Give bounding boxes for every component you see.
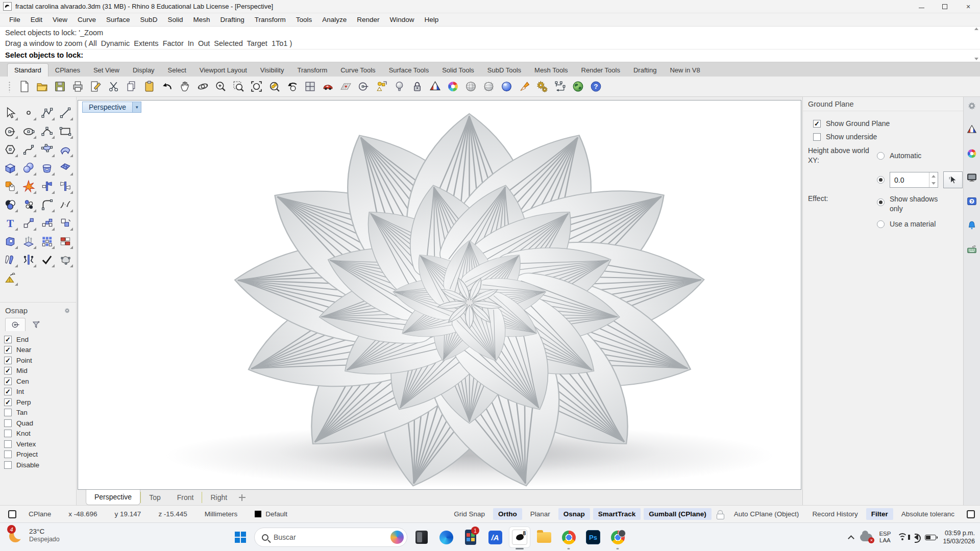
block-icon[interactable] (57, 233, 74, 250)
osnap-row[interactable]: Vertex (4, 439, 72, 449)
blend-icon[interactable] (57, 196, 74, 213)
viewport-title[interactable]: Perspective (82, 102, 133, 113)
status-toggle[interactable]: Absolute toleranc (896, 508, 960, 520)
photoshop-icon[interactable]: Ps (583, 527, 603, 547)
maximize-button[interactable] (933, 0, 957, 13)
osnap-checkbox[interactable] (4, 419, 12, 427)
trim-icon[interactable] (38, 178, 56, 195)
rendered-viewport-icon[interactable] (499, 79, 514, 94)
zoom-selected-icon[interactable] (266, 79, 282, 94)
osnap-row[interactable]: Quad (4, 418, 72, 429)
current-layer[interactable]: Default (255, 510, 287, 518)
toolbar-tab[interactable]: Solid Tools (435, 64, 481, 77)
toolbar-tab[interactable]: Viewport Layout (193, 64, 254, 77)
menu-item[interactable]: Analyze (317, 14, 352, 25)
copy-object-icon[interactable] (57, 214, 74, 232)
material-radio-row[interactable]: Use a material (877, 220, 963, 228)
osnap-row[interactable]: Cen (4, 376, 72, 387)
show-ground-plane-checkbox[interactable] (813, 120, 821, 128)
toolbar-tab[interactable]: Standard (7, 63, 48, 77)
osnap-row[interactable]: Perp (4, 397, 72, 408)
boolean-icon[interactable] (2, 196, 19, 213)
show-ground-plane-row[interactable]: Show Ground Plane (813, 119, 958, 128)
move-object-icon[interactable] (20, 214, 37, 232)
menu-item[interactable]: Edit (26, 14, 47, 25)
chrome-profile-icon[interactable] (607, 527, 628, 547)
surface-pair-icon[interactable] (2, 251, 19, 268)
show-underside-checkbox[interactable] (813, 133, 821, 141)
menu-item[interactable]: Transform (250, 14, 291, 25)
osnap-row[interactable]: Point (4, 355, 72, 366)
toolbar-tab[interactable]: Render Tools (575, 64, 627, 77)
menu-item[interactable]: Tools (291, 14, 317, 25)
toolbar-tab[interactable]: Set View (87, 64, 126, 77)
array-icon[interactable] (38, 214, 56, 232)
status-swatch-icon[interactable] (8, 510, 16, 518)
osnap-row[interactable]: Tan (4, 408, 72, 418)
shaded-viewport-icon[interactable] (463, 79, 478, 94)
pointer-cone-icon[interactable] (517, 79, 532, 94)
status-toggle[interactable]: Grid Snap (449, 508, 490, 520)
lights-icon[interactable] (391, 79, 407, 94)
wifi-icon[interactable] (897, 533, 908, 541)
osnap-checkbox[interactable] (4, 409, 12, 416)
toolbar-tab[interactable]: Drafting (627, 64, 664, 77)
points-icon[interactable] (20, 196, 37, 213)
help-icon[interactable] (588, 79, 603, 94)
shadows-radio-row[interactable]: Show shadows only (877, 194, 963, 214)
manual-height-radio[interactable] (877, 176, 885, 184)
toolbar-tab[interactable]: Surface Tools (382, 64, 436, 77)
tray-expand-icon[interactable] (848, 535, 855, 542)
osnap-checkbox[interactable] (4, 440, 12, 448)
lock-icon[interactable] (409, 79, 425, 94)
toolbar-tab[interactable]: New in V8 (663, 64, 706, 77)
monitor-panel-icon[interactable] (966, 172, 977, 185)
osnap-row[interactable]: End (4, 334, 72, 345)
fillet-icon[interactable] (38, 196, 56, 213)
osnap-checkbox[interactable] (4, 450, 12, 458)
cylinder-icon[interactable] (38, 159, 56, 177)
use-material-radio[interactable] (877, 220, 885, 228)
osnap-checkbox[interactable] (4, 336, 12, 343)
toolbar-tab[interactable]: Mesh Tools (528, 64, 575, 77)
status-toggle[interactable]: Ortho (493, 508, 522, 520)
menu-item[interactable]: Window (385, 14, 420, 25)
height-spinner[interactable] (929, 172, 938, 187)
add-viewport-icon[interactable] (235, 490, 249, 505)
pan-icon[interactable] (177, 79, 192, 94)
osnap-gear-icon[interactable] (63, 307, 71, 314)
new-file-icon[interactable] (16, 79, 32, 94)
minimize-button[interactable] (910, 0, 933, 13)
bing-icon[interactable] (390, 531, 404, 544)
display-mode-icon[interactable] (427, 79, 443, 94)
osnap-tab-snaps[interactable] (5, 318, 26, 331)
status-toggle[interactable]: Filter (866, 508, 893, 520)
menu-item[interactable]: View (47, 14, 72, 25)
keyboard-icon[interactable] (966, 244, 977, 257)
lock-status-icon[interactable] (717, 510, 724, 518)
toolbar-tab[interactable]: Curve Tools (334, 64, 382, 77)
rectangular-array-icon[interactable] (38, 233, 56, 250)
shadows-only-radio[interactable] (877, 198, 885, 206)
zoom-dynamic-icon[interactable] (213, 79, 228, 94)
chrome-icon[interactable] (558, 527, 579, 547)
osnap-row[interactable]: Disable (4, 460, 72, 470)
osnap-row[interactable]: Int (4, 387, 72, 397)
weather-widget[interactable]: 4 23°C Despejado (8, 527, 60, 543)
rectangle-icon[interactable] (57, 122, 74, 140)
menu-item[interactable]: Curve (72, 14, 101, 25)
units-label[interactable]: Millimeters (205, 510, 238, 518)
options-icon[interactable] (534, 79, 550, 94)
viewport-tab-perspective[interactable]: Perspective (86, 489, 140, 505)
toolbar-drag-handle[interactable] (8, 81, 11, 92)
arc-icon[interactable] (38, 122, 56, 140)
pick-height-button[interactable] (943, 171, 963, 188)
select-icon[interactable] (2, 104, 19, 121)
osnap-tab-filter[interactable] (26, 318, 46, 331)
osnap-row[interactable]: Near (4, 345, 72, 356)
file-explorer-icon[interactable] (534, 527, 554, 547)
point-icon[interactable] (20, 104, 37, 121)
viewport-tab-front[interactable]: Front (169, 490, 202, 505)
toolbar-tab[interactable]: CPlanes (48, 64, 87, 77)
battery-icon[interactable] (925, 535, 936, 540)
